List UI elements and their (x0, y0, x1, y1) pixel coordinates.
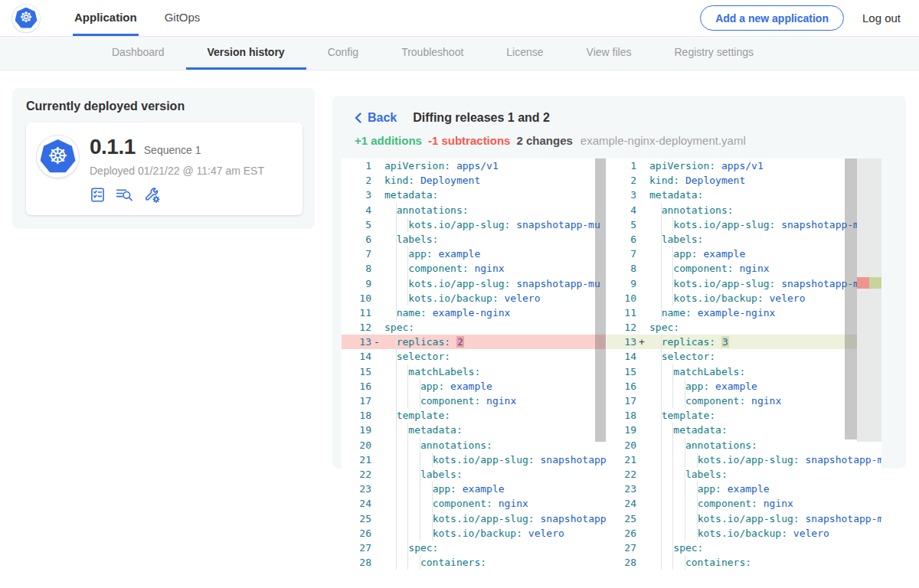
diff-marker (636, 467, 647, 482)
diff-marker (371, 276, 382, 291)
subnav-tab-version-history[interactable]: Version history (186, 37, 306, 70)
diff-marker (636, 173, 647, 188)
view-files-icon[interactable] (116, 187, 133, 203)
diff-line: 20 annotations: (607, 438, 881, 452)
top-tab-gitops[interactable]: GitOps (163, 0, 202, 36)
subnav-tab-license[interactable]: License (485, 37, 564, 70)
deployed-timestamp: Deployed 01/21/22 @ 11:47 am EST (90, 165, 264, 177)
code-text: spec: (647, 541, 881, 555)
top-nav-right: Add a new application Log out (700, 0, 901, 36)
line-number: 22 (342, 467, 371, 482)
indent-guide (661, 349, 662, 364)
indent-guide (396, 364, 397, 379)
version-info: 0.1.1 Sequence 1 Deployed 01/21/22 @ 11:… (90, 133, 264, 203)
indent-guide (697, 482, 698, 496)
diff-pane-modified[interactable]: 1apiVersion: apps/v12kind: Deployment3me… (607, 158, 881, 570)
line-number: 2 (607, 173, 636, 188)
diff-line: 15 matchLabels: (607, 364, 881, 379)
subnav-tab-view-files[interactable]: View files (565, 37, 653, 70)
indent-guide (672, 438, 673, 452)
diff-marker (636, 555, 647, 570)
diff-line: 5 kots.io/app-slug: snapshotapp-mu (342, 217, 606, 232)
diff-marker (371, 247, 382, 261)
line-number: 23 (607, 482, 636, 496)
indent-guide (396, 467, 397, 482)
diff-line: 13+ replicas: 3 (607, 335, 881, 349)
indent-guide (396, 438, 397, 452)
indent-guide (661, 555, 662, 570)
release-notes-icon[interactable] (90, 187, 106, 203)
line-number: 2 (342, 173, 371, 188)
code-text: containers: (647, 555, 881, 570)
indent-guide (420, 394, 420, 408)
diff-line: 27 spec: (607, 541, 881, 555)
line-number: 28 (607, 555, 636, 570)
diff-marker (371, 452, 382, 467)
indent-guide (697, 511, 698, 526)
logout-button[interactable]: Log out (862, 11, 901, 24)
indent-guide (407, 379, 408, 394)
diff-marker (371, 394, 382, 408)
scrollbar-thumb[interactable] (595, 158, 606, 442)
subnav-tab-troubleshoot[interactable]: Troubleshoot (380, 37, 485, 70)
diff-marker (371, 467, 382, 482)
diff-marker (636, 496, 647, 511)
diff-overview-ruler[interactable] (857, 158, 881, 442)
indent-guide (661, 452, 662, 467)
diff-line: 9 kots.io/app-slug: snapshotapp-mu (607, 276, 881, 291)
diff-marker (636, 379, 647, 394)
add-application-button[interactable]: Add a new application (700, 5, 844, 31)
diff-line: 25 kots.io/app-slug: snapshotapp-mu (342, 511, 606, 526)
indent-guide (396, 305, 397, 320)
indent-guide (661, 232, 662, 247)
indent-guide (685, 482, 685, 496)
diff-line: 4 annotations: (607, 203, 881, 217)
diff-marker (636, 526, 647, 541)
back-button[interactable]: Back (355, 111, 397, 125)
top-tab-application[interactable]: Application (73, 0, 139, 36)
code-text: kots.io/app-slug: snapshotapp-mu (382, 217, 606, 232)
indent-guide (396, 496, 397, 511)
diff-line: 23 app: example (607, 482, 881, 496)
diff-marker (636, 232, 647, 247)
diff-marker (371, 496, 382, 511)
line-number: 13 (607, 335, 636, 349)
code-text: kots.io/app-slug: snapshotapp-mu (382, 511, 606, 526)
diff-line: 10 kots.io/backup: velero (342, 291, 606, 305)
line-number: 5 (342, 217, 371, 232)
indent-guide (697, 526, 698, 541)
line-number: 6 (607, 232, 636, 247)
indent-guide (685, 452, 685, 467)
diff-marker (636, 158, 647, 173)
diff-line: 25 kots.io/app-slug: snapshotapp-mu (607, 511, 881, 526)
code-text: kind: Deployment (382, 173, 606, 188)
edit-config-icon[interactable] (143, 187, 161, 203)
deployed-version-card: ☸ 0.1.1 Sequence 1 Deployed 01/21/22 @ 1… (26, 122, 303, 215)
subnav-tab-dashboard[interactable]: Dashboard (90, 37, 186, 70)
indent-guide (432, 511, 433, 526)
diff-marker: - (371, 335, 382, 349)
diff-marker (371, 511, 382, 526)
line-number: 12 (607, 320, 636, 335)
code-text: labels: (382, 467, 606, 482)
diff-pane-original[interactable]: 1apiVersion: apps/v12kind: Deployment3me… (342, 158, 606, 570)
indent-guide (396, 247, 397, 261)
subnav-tab-config[interactable]: Config (306, 37, 380, 70)
scrollbar-thumb[interactable] (845, 158, 857, 439)
ruler-addition-marker (869, 277, 881, 289)
indent-guide (407, 526, 408, 541)
diff-marker (636, 217, 647, 232)
kubernetes-logo[interactable]: ☸ (12, 5, 40, 32)
line-number: 18 (607, 408, 636, 423)
indent-guide (672, 394, 673, 408)
indent-guide (672, 291, 673, 305)
diff-line: 1apiVersion: apps/v1 (342, 158, 606, 173)
diff-line: 22 labels: (342, 467, 606, 482)
indent-guide (685, 526, 685, 541)
code-text: component: nginx (382, 496, 606, 511)
indent-guide (685, 511, 685, 526)
line-number: 3 (607, 188, 636, 202)
code-text: component: nginx (647, 496, 881, 511)
subtractions-count: -1 subtractions (428, 134, 511, 147)
subnav-tab-registry-settings[interactable]: Registry settings (652, 37, 774, 70)
